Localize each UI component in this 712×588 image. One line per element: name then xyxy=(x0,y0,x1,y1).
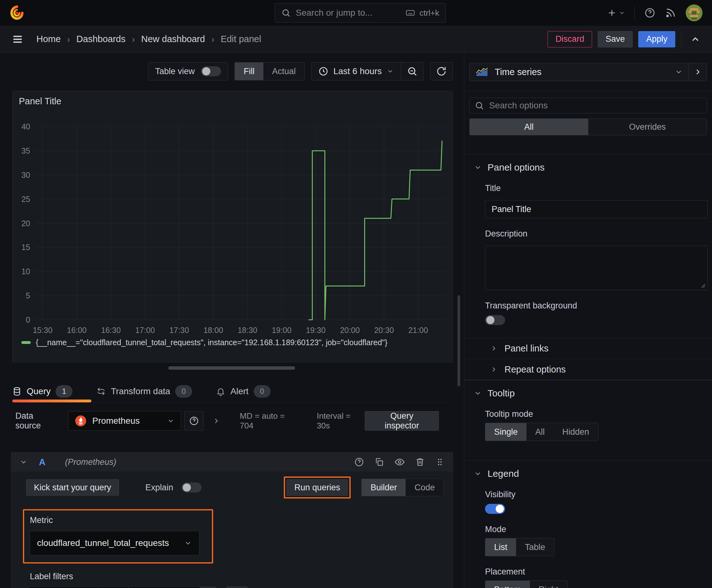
panel-options-section[interactable]: Panel options xyxy=(464,154,712,173)
label-filters-label: Label filters xyxy=(30,572,444,582)
visualization-name: Time series xyxy=(495,67,542,77)
metric-select[interactable]: cloudflared_tunnel_total_requests xyxy=(30,531,199,555)
breadcrumb-home[interactable]: Home xyxy=(37,34,61,44)
datasource-picker[interactable]: Prometheus xyxy=(68,411,181,430)
apply-button[interactable]: Apply xyxy=(638,31,675,47)
discard-button[interactable]: Discard xyxy=(547,31,592,47)
scrollbar-thumb[interactable] xyxy=(457,295,460,386)
builder-option[interactable]: Builder xyxy=(362,479,406,496)
legend-mode-segment: List Table xyxy=(485,538,555,556)
explain-toggle[interactable] xyxy=(181,482,201,492)
run-queries-button[interactable]: Run queries xyxy=(287,479,348,496)
panel-title-input[interactable] xyxy=(485,200,708,218)
tooltip-section[interactable]: Tooltip xyxy=(464,380,712,399)
refresh-button[interactable] xyxy=(430,62,453,80)
select-label-dropdown[interactable]: Select label xyxy=(29,587,98,588)
resize-drag-handle[interactable] xyxy=(168,366,295,370)
svg-text:17:00: 17:00 xyxy=(135,326,155,335)
news-button[interactable] xyxy=(665,7,676,19)
chevron-down-icon[interactable] xyxy=(19,458,28,466)
datasource-selected: Prometheus xyxy=(92,416,140,426)
collapse-pane-button[interactable] xyxy=(690,34,701,45)
save-button[interactable]: Save xyxy=(598,31,633,47)
time-series-chart[interactable]: 051015202530354015:3016:0016:3017:0017:3… xyxy=(13,91,452,362)
legend-mode-list[interactable]: List xyxy=(486,538,516,556)
tab-alert[interactable]: Alert 0 xyxy=(216,380,271,402)
chevron-down-icon xyxy=(387,68,394,75)
kick-start-button[interactable]: Kick start your query xyxy=(26,479,119,496)
legend-section[interactable]: Legend xyxy=(464,461,712,479)
actual-option[interactable]: Actual xyxy=(263,63,304,80)
user-avatar[interactable] xyxy=(686,4,703,21)
divider xyxy=(634,6,635,20)
repeat-options-section[interactable]: Repeat options xyxy=(464,359,712,380)
metric-value: cloudflared_tunnel_total_requests xyxy=(37,538,169,548)
legend-mode-table[interactable]: Table xyxy=(516,538,554,556)
chevron-down-icon xyxy=(474,389,482,397)
options-search-input[interactable]: Search options xyxy=(469,98,707,113)
tab-query-count: 1 xyxy=(56,385,72,398)
tooltip-mode-segment: Single All Hidden xyxy=(485,423,598,441)
query-row-header[interactable]: A (Prometheus) xyxy=(11,453,453,471)
tab-overrides[interactable]: Overrides xyxy=(588,119,707,135)
add-button[interactable] xyxy=(607,8,625,18)
chevron-down-icon xyxy=(474,469,482,478)
search-input[interactable]: Search or jump to... ctrl+k xyxy=(275,3,446,23)
remove-filter-button[interactable] xyxy=(200,587,216,588)
panel-options-pane: Time series Search options All Overrides… xyxy=(464,53,712,588)
viz-suggestions-button[interactable] xyxy=(688,63,707,81)
chart-legend[interactable]: {__name__="cloudflared_tunnel_total_requ… xyxy=(21,338,387,347)
code-option[interactable]: Code xyxy=(406,479,444,496)
visualization-picker[interactable]: Time series xyxy=(470,63,688,81)
operator-dropdown[interactable]: = xyxy=(98,587,128,588)
fill-option[interactable]: Fill xyxy=(235,63,263,80)
tab-query[interactable]: Query 1 xyxy=(12,380,72,402)
query-datasource-hint: (Prometheus) xyxy=(65,457,116,467)
svg-text:20:30: 20:30 xyxy=(374,326,394,335)
chevron-down-icon xyxy=(619,10,625,16)
breadcrumb-dashboards[interactable]: Dashboards xyxy=(76,34,125,44)
description-textarea[interactable] xyxy=(485,246,708,290)
tooltip-mode-single[interactable]: Single xyxy=(486,423,526,441)
svg-text:21:00: 21:00 xyxy=(408,326,428,335)
datasource-help-button[interactable] xyxy=(184,411,203,430)
panel-links-section[interactable]: Panel links xyxy=(464,338,712,359)
help-button[interactable] xyxy=(644,7,655,19)
rss-icon xyxy=(665,7,676,19)
select-value-dropdown[interactable]: Select value xyxy=(128,587,200,588)
duplicate-query-icon[interactable] xyxy=(374,457,384,467)
breadcrumb: Home › Dashboards › New dashboard › Edit… xyxy=(37,34,261,45)
tab-alert-count: 0 xyxy=(254,385,271,398)
legend-placement-segment: Bottom Right xyxy=(485,581,567,588)
time-range-label: Last 6 hours xyxy=(333,66,382,76)
legend-placement-bottom[interactable]: Bottom xyxy=(486,581,530,588)
query-inspector-button[interactable]: Query inspector xyxy=(365,411,439,430)
menu-icon[interactable] xyxy=(11,33,24,45)
tooltip-mode-hidden[interactable]: Hidden xyxy=(554,423,598,441)
grafana-logo[interactable] xyxy=(9,5,24,20)
drag-handle-icon[interactable] xyxy=(435,457,445,467)
builder-code-segment: Builder Code xyxy=(361,479,444,496)
legend-placement-right[interactable]: Right xyxy=(530,581,567,588)
transparent-background-toggle[interactable] xyxy=(485,315,505,325)
query-ref-id[interactable]: A xyxy=(39,457,45,467)
resize-grip-icon[interactable] xyxy=(700,283,706,288)
add-filter-button[interactable] xyxy=(226,586,247,588)
tab-transform-data[interactable]: Transform data 0 xyxy=(96,380,192,402)
time-range-picker[interactable]: Last 6 hours xyxy=(311,63,401,80)
svg-text:25: 25 xyxy=(21,195,30,204)
toggle-visibility-icon[interactable] xyxy=(394,457,405,467)
datasource-label: Data source xyxy=(15,411,60,430)
tooltip-mode-all[interactable]: All xyxy=(526,423,554,441)
svg-text:18:00: 18:00 xyxy=(203,326,223,335)
svg-text:5: 5 xyxy=(26,291,30,300)
svg-text:16:00: 16:00 xyxy=(67,326,87,335)
zoom-out-button[interactable] xyxy=(401,63,424,80)
query-help-icon[interactable] xyxy=(354,457,364,467)
expand-row-chevron[interactable] xyxy=(212,417,220,425)
delete-query-icon[interactable] xyxy=(415,457,425,467)
breadcrumb-new-dashboard[interactable]: New dashboard xyxy=(141,34,205,44)
tab-all[interactable]: All xyxy=(470,119,588,135)
legend-visibility-toggle[interactable] xyxy=(485,504,505,514)
table-view-toggle[interactable] xyxy=(201,66,221,76)
